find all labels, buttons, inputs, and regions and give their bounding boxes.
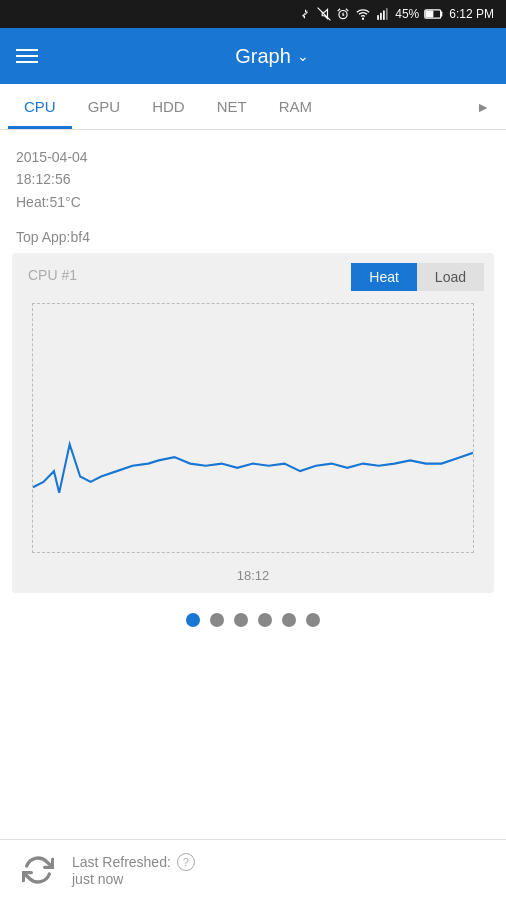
footer: Last Refreshed: ? just now bbox=[0, 839, 506, 900]
svg-rect-10 bbox=[426, 11, 433, 17]
tab-cpu[interactable]: CPU bbox=[8, 84, 72, 129]
refresh-icon bbox=[22, 854, 54, 886]
time-text: 6:12 PM bbox=[449, 7, 494, 21]
svg-rect-8 bbox=[386, 8, 388, 20]
heat-label: Heat:51°C bbox=[16, 191, 490, 213]
dot-1[interactable] bbox=[186, 613, 200, 627]
dot-4[interactable] bbox=[258, 613, 272, 627]
chart-container: CPU #1 Heat Load 18:12 bbox=[12, 253, 494, 593]
dot-6[interactable] bbox=[306, 613, 320, 627]
svg-line-2 bbox=[338, 9, 340, 11]
tab-ram[interactable]: RAM bbox=[263, 84, 328, 129]
footer-text: Last Refreshed: ? just now bbox=[72, 853, 195, 887]
header-title: Graph ⌄ bbox=[54, 45, 490, 68]
tab-gpu[interactable]: GPU bbox=[72, 84, 137, 129]
tabs-bar: CPU GPU HDD NET RAM ► bbox=[0, 84, 506, 130]
tab-net[interactable]: NET bbox=[201, 84, 263, 129]
hamburger-menu[interactable] bbox=[16, 49, 38, 63]
header: Graph ⌄ bbox=[0, 28, 506, 84]
svg-line-3 bbox=[346, 9, 348, 11]
pagination-dots bbox=[0, 597, 506, 639]
chart-cpu-label: CPU #1 bbox=[28, 267, 77, 283]
chart-area bbox=[32, 303, 474, 553]
dot-2[interactable] bbox=[210, 613, 224, 627]
wifi-icon bbox=[355, 7, 371, 21]
header-title-text: Graph bbox=[235, 45, 291, 68]
status-bar: 45% 6:12 PM bbox=[0, 0, 506, 28]
chevron-down-icon[interactable]: ⌄ bbox=[297, 48, 309, 64]
signal-icon bbox=[376, 7, 390, 21]
refresh-button[interactable] bbox=[20, 852, 56, 888]
dot-5[interactable] bbox=[282, 613, 296, 627]
battery-text: 45% bbox=[395, 7, 419, 21]
battery-icon bbox=[424, 8, 444, 20]
dot-3[interactable] bbox=[234, 613, 248, 627]
date-label: 2015-04-04 bbox=[16, 146, 490, 168]
svg-rect-6 bbox=[380, 13, 382, 20]
tabs-more-icon[interactable]: ► bbox=[468, 85, 498, 129]
load-button[interactable]: Load bbox=[417, 263, 484, 291]
chart-svg bbox=[33, 304, 473, 552]
tab-hdd[interactable]: HDD bbox=[136, 84, 201, 129]
info-section: 2015-04-04 18:12:56 Heat:51°C bbox=[0, 130, 506, 221]
svg-point-4 bbox=[363, 18, 364, 19]
chart-time-label: 18:12 bbox=[237, 568, 270, 583]
mute-icon bbox=[317, 7, 331, 21]
status-icons: 45% 6:12 PM bbox=[298, 7, 494, 21]
heat-button[interactable]: Heat bbox=[351, 263, 417, 291]
svg-line-0 bbox=[318, 8, 331, 21]
help-icon[interactable]: ? bbox=[177, 853, 195, 871]
alarm-icon bbox=[336, 7, 350, 21]
bluetooth-icon bbox=[298, 7, 312, 21]
last-refreshed-label: Last Refreshed: ? bbox=[72, 853, 195, 871]
top-app-label: Top App:bf4 bbox=[0, 221, 506, 249]
chart-buttons: Heat Load bbox=[351, 263, 484, 291]
last-refreshed-sub: just now bbox=[72, 871, 195, 887]
time-label: 18:12:56 bbox=[16, 168, 490, 190]
svg-rect-7 bbox=[383, 11, 385, 20]
svg-rect-5 bbox=[377, 15, 379, 20]
